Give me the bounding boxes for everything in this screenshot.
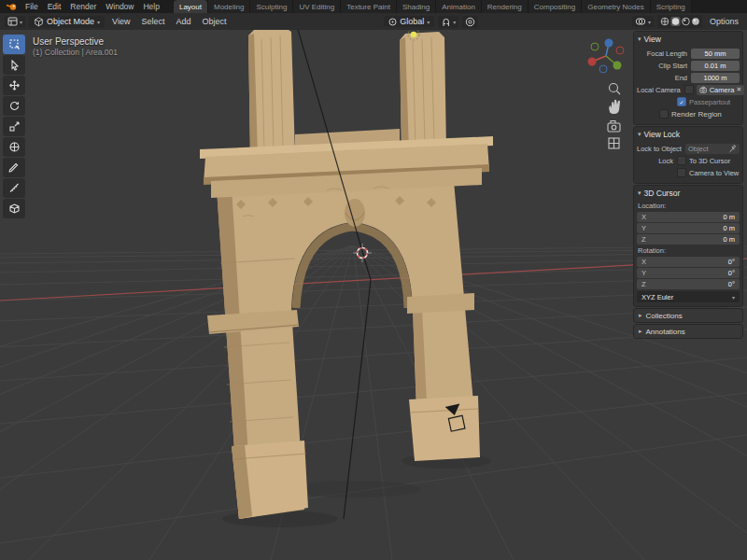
tool-transform[interactable] <box>3 137 25 157</box>
topbar: File Edit Render Window Help Layout Mode… <box>0 0 747 13</box>
tool-annotate[interactable] <box>3 158 25 177</box>
tool-shelf <box>3 35 25 218</box>
transform-orientation-dropdown[interactable]: Global <box>384 16 434 27</box>
camera-value: Camera <box>710 86 735 94</box>
tab-uv-editing[interactable]: UV Editing <box>293 0 341 13</box>
view-section-title: View <box>644 35 661 44</box>
chevron-down-icon <box>427 19 430 25</box>
menu-window[interactable]: Window <box>101 0 138 13</box>
clip-start-field[interactable]: 0.01 m <box>691 61 740 71</box>
menu-edit[interactable]: Edit <box>43 0 66 13</box>
tool-rotate[interactable] <box>3 96 25 116</box>
rotation-label: Rotation: <box>637 245 740 256</box>
cursor-rotation-x-field[interactable]: X 0° <box>637 257 740 267</box>
tab-texture-paint[interactable]: Texture Paint <box>341 0 397 13</box>
tool-cursor[interactable] <box>3 55 25 75</box>
clip-end-field[interactable]: 1000 m <box>691 73 740 83</box>
to-3d-cursor-label: To 3D Cursor <box>689 157 730 165</box>
menu-render[interactable]: Render <box>65 0 101 13</box>
cursor-location-y-field[interactable]: Y 0 m <box>637 223 740 233</box>
view-section-header[interactable]: View <box>637 34 740 47</box>
lock-object-field[interactable]: Object <box>685 144 740 154</box>
tool-measure[interactable] <box>3 178 25 198</box>
object-mode-icon <box>34 17 44 27</box>
material-preview-button[interactable] <box>683 18 690 25</box>
passepartout-checkbox[interactable] <box>677 97 686 106</box>
tab-scripting[interactable]: Scripting <box>651 0 692 13</box>
chevron-down-icon <box>648 19 651 25</box>
lock-label: Lock <box>637 157 677 165</box>
menu-help[interactable]: Help <box>138 0 163 13</box>
tab-sculpting[interactable]: Sculpting <box>250 0 293 13</box>
camera-to-view-label: Camera to View <box>689 169 739 177</box>
cursor-location-z-field[interactable]: Z 0 m <box>637 234 740 245</box>
magnet-icon <box>441 17 451 27</box>
arch-model[interactable] <box>200 30 493 519</box>
local-camera-checkbox[interactable] <box>684 85 694 94</box>
lock-to-3d-cursor-checkbox[interactable] <box>677 156 686 165</box>
render-region-checkbox[interactable] <box>659 109 669 119</box>
tab-animation[interactable]: Animation <box>436 0 482 13</box>
nav-gizmo[interactable] <box>588 39 625 74</box>
tool-move[interactable] <box>3 76 25 95</box>
lock-to-object-label: Lock to Object <box>637 145 685 153</box>
chevron-down-icon <box>638 189 641 197</box>
options-dropdown[interactable]: Options <box>706 16 742 27</box>
cursor-rotation-y-field[interactable]: Y 0° <box>637 268 740 278</box>
viewport-3d[interactable]: User Perspective (1) Collection | Area.0… <box>0 30 747 560</box>
tab-modeling[interactable]: Modeling <box>208 0 250 13</box>
chevron-down-icon <box>732 294 735 301</box>
chevron-right-icon <box>639 328 642 335</box>
view-lock-title: View Lock <box>644 130 681 139</box>
zoom-button[interactable] <box>610 84 621 95</box>
annotations-section-header[interactable]: Annotations <box>634 325 742 338</box>
toggle-ortho-button[interactable] <box>609 138 619 148</box>
view-lock-section-header[interactable]: View Lock <box>637 129 740 142</box>
pan-button[interactable] <box>609 100 620 114</box>
snapping-button[interactable] <box>438 16 458 28</box>
viewport-editor-icon <box>7 17 18 26</box>
shading-mode-group <box>657 15 702 28</box>
camera-to-view-checkbox[interactable] <box>677 168 686 177</box>
annotate-pen-icon <box>8 161 21 174</box>
cursor-rotation-z-field[interactable]: Z 0° <box>637 279 740 289</box>
tab-shading[interactable]: Shading <box>397 0 436 13</box>
blender-logo-icon[interactable] <box>3 0 21 13</box>
cursor-3d-section-header[interactable]: 3D Cursor <box>637 188 740 201</box>
cursor-icon <box>8 59 21 71</box>
proportional-editing-button[interactable] <box>462 16 478 28</box>
camera-selector-field[interactable]: Camera <box>697 85 745 95</box>
solid-shading-button[interactable] <box>670 17 680 26</box>
tool-add-object[interactable] <box>3 199 25 218</box>
tool-select-box[interactable] <box>3 35 25 54</box>
menu-add[interactable]: Add <box>172 16 194 27</box>
rotation-mode-dropdown[interactable]: XYZ Euler <box>637 291 740 302</box>
gizmo-y-neg <box>591 43 599 50</box>
menu-object[interactable]: Object <box>198 16 230 27</box>
tool-scale[interactable] <box>3 117 25 136</box>
wireframe-shading-button[interactable] <box>661 18 669 25</box>
eyedropper-icon[interactable] <box>728 145 737 153</box>
chevron-down-icon <box>97 19 100 25</box>
focal-length-field[interactable]: 50 mm <box>691 49 740 59</box>
cursor-location-x-field[interactable]: X 0 m <box>637 212 740 222</box>
camera-view-button[interactable] <box>608 121 620 133</box>
collections-section-header[interactable]: Collections <box>634 309 742 322</box>
orientation-label: Global <box>400 17 424 26</box>
menu-file[interactable]: File <box>21 0 43 13</box>
editor-type-button[interactable] <box>5 16 25 27</box>
tab-geometry-nodes[interactable]: Geometry Nodes <box>582 0 650 13</box>
tab-layout[interactable]: Layout <box>174 0 208 13</box>
cursor-3d-title: 3D Cursor <box>644 189 681 198</box>
gizmo-x-neg <box>616 47 624 54</box>
show-overlays-button[interactable] <box>632 16 654 27</box>
menu-select[interactable]: Select <box>137 16 168 27</box>
rendered-shading-button[interactable] <box>692 18 699 25</box>
tab-compositing[interactable]: Compositing <box>529 0 582 13</box>
unlink-camera-icon[interactable] <box>736 86 741 93</box>
mode-dropdown[interactable]: Object Mode <box>29 16 105 28</box>
menu-view[interactable]: View <box>108 16 134 27</box>
sidebar-n-panel: View Focal Length 50 mm Clip Start 0.01 … <box>634 32 742 341</box>
gizmo-z-axis <box>605 39 613 48</box>
tab-rendering[interactable]: Rendering <box>482 0 529 13</box>
